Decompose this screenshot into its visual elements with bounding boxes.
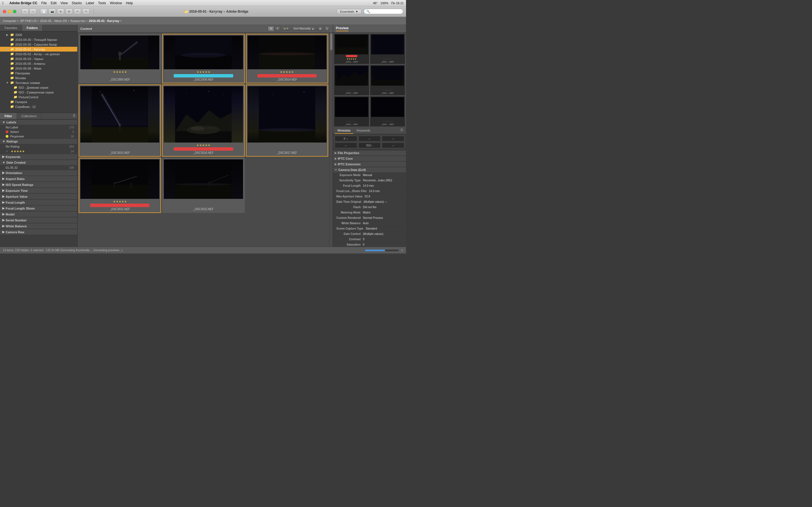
content-scrollbar[interactable] (329, 33, 333, 247)
redo-btn[interactable]: ↷ (82, 8, 90, 15)
labels-section-header[interactable]: ▼ Labels (0, 119, 77, 125)
camera-data-header[interactable]: ▼ Camera Data (Exif) (333, 167, 406, 173)
scrollbar-thumb[interactable] (330, 33, 333, 50)
folder-moskva[interactable]: 📁 Москва (0, 75, 77, 80)
orientation-section-header[interactable]: ▶ Orientation (0, 170, 77, 176)
folder-2016-04-30-bazar[interactable]: 📁 2016-04-30 - Сарыозек базар (0, 42, 77, 47)
back-button[interactable]: ← (21, 8, 29, 15)
filter-no-label[interactable]: No Label 179 (0, 125, 77, 129)
menu-file[interactable]: File (41, 1, 47, 5)
open-in-camera-raw-btn[interactable]: ⚙ (65, 8, 73, 15)
focal-35-section-header[interactable]: ▶ Focal Length 35mm (0, 205, 77, 211)
thumbnail-DSC3022[interactable]: ☆☆☆☆☆ _DSC3022.NEF (162, 158, 245, 213)
thumbnail-DSC2906[interactable]: ★★★★★ _DSC2906.NEF (79, 34, 161, 83)
metadata-options-btn[interactable]: ☰ (399, 128, 404, 134)
exposure-section-header[interactable]: ▶ Exposure Time (0, 187, 77, 193)
thumbnail-DSC3014[interactable]: ★★★★★ _DSC3014.NEF (246, 34, 328, 83)
folder-galereya[interactable]: 📁 Галерея (0, 100, 77, 104)
breadcrumb-item-sp[interactable]: SP PHD U3 (20, 19, 36, 22)
grid-view-btn[interactable]: ⊞ (268, 26, 274, 31)
menu-help[interactable]: Help (126, 1, 133, 5)
search-input[interactable]: 🔍 (364, 9, 403, 14)
preview-cell-4[interactable]: ☆☆☆☆☆ _DSC....NEF (370, 65, 405, 95)
keywords-section-header[interactable]: ▶ Keywords (0, 154, 77, 160)
meta-field-wb[interactable]: -- (335, 143, 357, 148)
list-view-btn[interactable]: ☰ (274, 26, 281, 31)
thumbnail-DSC3016[interactable]: ⊞ (162, 84, 245, 157)
folder-2016-05-03-charyn[interactable]: 📁 2016-05-03 - Чарын (0, 56, 77, 61)
thumbnail-DSC2936[interactable]: ★★★★★ _DSC2936.NEF (162, 34, 245, 83)
thumbnail-DSC3017[interactable]: ⊞ ☆☆☆☆☆ (246, 84, 328, 157)
folder-2000[interactable]: ▶ 📁 2000 (0, 33, 77, 37)
edit-date-icon[interactable]: ✏ (385, 200, 389, 204)
serial-section-header[interactable]: ▶ Serial Number (0, 217, 77, 223)
folder-iso-day[interactable]: 📁 ISO - Дневная серия (0, 85, 77, 90)
folder-iso-twilight[interactable]: 📁 ISO - Сумеречная серия (0, 90, 77, 95)
filter-select[interactable]: Select 3 (0, 129, 77, 134)
folder-seriynaya[interactable]: 📁 Серийная - 12 (0, 104, 77, 109)
forward-button[interactable]: → (29, 8, 37, 15)
maximize-button[interactable] (13, 10, 16, 13)
menu-stacks[interactable]: Stacks (71, 1, 82, 5)
focal-length-section-header[interactable]: ▶ Focal Length (0, 200, 77, 205)
breadcrumb-item-computer[interactable]: Computer (3, 19, 16, 22)
cameraraw-section-header[interactable]: ▶ Camera Raw (0, 229, 77, 235)
tab-filter[interactable]: Filter (0, 113, 17, 119)
menu-label[interactable]: Label (86, 1, 94, 5)
folder-2016-05-08-maki[interactable]: 📁 2016-05-08 - Маки (0, 66, 77, 71)
reveal-in-finder-btn[interactable]: 📄 (40, 8, 47, 15)
menu-window[interactable]: Window (110, 1, 122, 5)
get-photos-btn[interactable]: 📷 (49, 8, 56, 15)
thumbnail-DSC3015[interactable]: ⊞ (79, 84, 161, 157)
iptc-extension-header[interactable]: ▶ IPTC Extension (333, 161, 406, 167)
tab-preview[interactable]: Preview (336, 26, 349, 31)
wb-section-header[interactable]: ▶ White Balance (0, 223, 77, 229)
folder-2016-05-01-katutau[interactable]: ▶ 📁 2016-05-01 - Катутау (0, 47, 77, 52)
preview-cell-2[interactable]: ☆☆☆☆☆ _DSC....NEF (370, 34, 405, 64)
preview-cell-5[interactable]: ☆☆☆☆☆ _DSC....NEF (334, 96, 369, 126)
menu-app-name[interactable]: Adobe Bridge CC (9, 1, 37, 5)
menu-view[interactable]: View (61, 1, 68, 5)
file-properties-header[interactable]: ▶ File Properties (333, 150, 406, 156)
undo-btn[interactable]: ↶ (74, 8, 81, 15)
meta-field-flash[interactable]: -- (382, 143, 404, 148)
filter-recenziya[interactable]: Рецензия 16 (0, 134, 77, 138)
folder-2016-04-30-barchan[interactable]: 📁 2016-04-30 - Поющий бархан (0, 37, 77, 42)
refine-btn[interactable]: ★ (57, 8, 64, 15)
preview-cell-6[interactable]: ☆☆☆☆☆ _DSC....NEF (370, 96, 405, 126)
essentials-button[interactable]: Essentials ▼ (337, 9, 361, 14)
folder-picturecontrol[interactable]: 📁 PictureControl (0, 95, 77, 100)
meta-field-iso[interactable]: ISO-- (358, 143, 381, 148)
close-button[interactable] (3, 10, 6, 13)
menu-edit[interactable]: Edit (51, 1, 57, 5)
minimize-button[interactable] (8, 10, 11, 13)
meta-field-f[interactable]: f/ -- (335, 136, 357, 142)
iso-section-header[interactable]: ▶ ISO Speed Ratings (0, 182, 77, 187)
preview-cell-3[interactable]: ☆☆☆☆☆ _DSC....NEF (334, 65, 369, 95)
breadcrumb-item-2016[interactable]: 2016-05 - Nikon D5 (40, 19, 67, 22)
thumbnail-DSC3021[interactable]: ★★★★★ _DSC3021.NEF (79, 158, 161, 213)
preview-cell-1[interactable]: ★★★★★ _DSC....NEF (334, 34, 369, 64)
sort-button[interactable]: Sort Manually ▲ (292, 26, 316, 31)
tab-folders[interactable]: Folders (22, 25, 43, 31)
rating-filter-btn[interactable]: ★ ▼ (282, 27, 290, 31)
ratings-section-header[interactable]: ▼ Ratings (0, 138, 77, 144)
folder-testovye[interactable]: ▼ 📁 Тестовые снимки (0, 80, 77, 85)
iptc-core-header[interactable]: ▶ IPTC Core (333, 156, 406, 161)
view-options-btn[interactable]: ☰ (324, 26, 330, 31)
model-section-header[interactable]: ▶ Model (0, 211, 77, 217)
folder-2016-05-02-aktau[interactable]: 📁 2016-05-02 - Актау – не доехал (0, 52, 77, 56)
filter-5stars[interactable]: ✓ ★★★★★ 14 (0, 149, 77, 154)
date-created-section-header[interactable]: ▼ Date Created (0, 160, 77, 165)
folder-2016-05-05-almaty[interactable]: 📁 2016-05-05 - Алматы (0, 61, 77, 66)
thumbnail-size-btn[interactable]: ⊠ (317, 26, 323, 31)
tab-collections[interactable]: Collections (17, 113, 42, 119)
filter-no-rating[interactable]: No Rating 184 (0, 144, 77, 149)
menu-tools[interactable]: Tools (98, 1, 106, 5)
folder-panorama[interactable]: 📁 Панорама (0, 71, 77, 75)
aperture-section-header[interactable]: ▶ Aperture Value (0, 193, 77, 200)
meta-field-ev[interactable]: -- (382, 136, 404, 142)
apple-menu[interactable]:  (2, 1, 4, 5)
aspect-ratio-section-header[interactable]: ▶ Aspect Ratio (0, 176, 77, 182)
meta-field-shutter[interactable]: -- (358, 136, 381, 142)
